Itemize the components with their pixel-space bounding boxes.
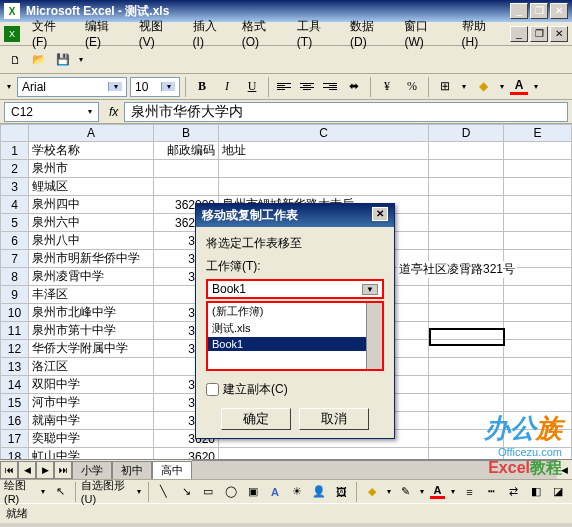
row-header[interactable]: 10	[1, 304, 29, 322]
new-icon[interactable]: 🗋	[4, 49, 26, 71]
cell[interactable]: 就南中学	[29, 412, 154, 430]
name-box[interactable]: C12 ▾	[4, 102, 99, 122]
cell[interactable]	[504, 160, 572, 178]
cell[interactable]: 泉州市	[29, 160, 154, 178]
cell[interactable]	[504, 430, 572, 448]
cell[interactable]: 地址	[219, 142, 429, 160]
save-icon[interactable]: 💾	[52, 49, 74, 71]
row-header[interactable]: 8	[1, 268, 29, 286]
menu-data[interactable]: 数据(D)	[344, 16, 396, 51]
cell[interactable]: 河市中学	[29, 394, 154, 412]
font-size-combo[interactable]: 10 ▾	[130, 77, 180, 97]
toolbar-more-icon[interactable]: ▾	[76, 55, 86, 64]
menu-file[interactable]: 文件(F)	[26, 16, 77, 51]
row-header[interactable]: 17	[1, 430, 29, 448]
dialog-titlebar[interactable]: 移动或复制工作表 ✕	[196, 204, 394, 227]
sheet-tab-1[interactable]: 小学	[72, 461, 112, 479]
picture-icon[interactable]: 🖼	[332, 481, 351, 503]
dash-style-icon[interactable]: ┅	[482, 481, 501, 503]
cell[interactable]: 泉州六中	[29, 214, 154, 232]
cell[interactable]: 鲤城区	[29, 178, 154, 196]
shadow-icon[interactable]: ◧	[527, 481, 546, 503]
diagram-icon[interactable]: ☀	[288, 481, 307, 503]
cell[interactable]	[504, 322, 572, 340]
row-header[interactable]: 11	[1, 322, 29, 340]
cell[interactable]	[429, 394, 504, 412]
list-item[interactable]: (新工作簿)	[208, 303, 382, 320]
cell[interactable]	[504, 142, 572, 160]
font-color-button[interactable]: A	[510, 78, 528, 95]
currency-button[interactable]: ¥	[376, 76, 398, 98]
menu-tools[interactable]: 工具(T)	[291, 16, 342, 51]
autoshape-menu[interactable]: 自选图形(U)	[81, 478, 132, 505]
italic-button[interactable]: I	[216, 76, 238, 98]
rect-icon[interactable]: ▭	[199, 481, 218, 503]
chevron-down-icon[interactable]: ▼	[362, 284, 378, 295]
cell[interactable]: 泉州市北峰中学	[29, 304, 154, 322]
percent-button[interactable]: %	[401, 76, 423, 98]
doc-minimize-button[interactable]: _	[510, 26, 528, 42]
workbook-listbox[interactable]: (新工作簿) 测试.xls Book1	[206, 301, 384, 371]
menu-help[interactable]: 帮助(H)	[456, 16, 508, 51]
wordart-icon[interactable]: A	[265, 481, 284, 503]
arrow-icon[interactable]: ↘	[177, 481, 196, 503]
row-header[interactable]: 13	[1, 358, 29, 376]
cell[interactable]	[429, 412, 504, 430]
row-header[interactable]: 4	[1, 196, 29, 214]
cell[interactable]	[504, 232, 572, 250]
cell[interactable]: 泉州四中	[29, 196, 154, 214]
formula-input[interactable]: 泉州市华侨大学内	[124, 102, 568, 122]
tab-nav-first-icon[interactable]: ⏮	[0, 461, 18, 479]
row-header[interactable]: 1	[1, 142, 29, 160]
col-header-E[interactable]: E	[504, 125, 572, 142]
cell[interactable]	[504, 394, 572, 412]
select-objects-icon[interactable]: ↖	[51, 481, 70, 503]
cell[interactable]: 奕聪中学	[29, 430, 154, 448]
tab-nav-last-icon[interactable]: ⏭	[54, 461, 72, 479]
cell[interactable]	[504, 214, 572, 232]
cell[interactable]	[429, 196, 504, 214]
row-header[interactable]: 15	[1, 394, 29, 412]
cell[interactable]	[154, 178, 219, 196]
arrow-style-icon[interactable]: ⇄	[504, 481, 523, 503]
cell[interactable]	[504, 304, 572, 322]
col-header-C[interactable]: C	[219, 125, 429, 142]
cell[interactable]: 洛江区	[29, 358, 154, 376]
fx-icon[interactable]: fx	[109, 105, 118, 119]
list-item[interactable]: 测试.xls	[208, 320, 382, 337]
ok-button[interactable]: 确定	[221, 408, 291, 430]
font-color-icon[interactable]: A	[430, 484, 446, 499]
cell[interactable]: 丰泽区	[29, 286, 154, 304]
cell[interactable]	[504, 196, 572, 214]
select-all-corner[interactable]	[1, 125, 29, 142]
menu-window[interactable]: 窗口(W)	[398, 16, 453, 51]
chevron-down-icon[interactable]: ▾	[161, 82, 175, 91]
tab-nav-next-icon[interactable]: ▶	[36, 461, 54, 479]
align-left-button[interactable]	[274, 77, 294, 97]
draw-menu[interactable]: 绘图(R)	[4, 478, 36, 505]
menu-format[interactable]: 格式(O)	[236, 16, 289, 51]
menu-view[interactable]: 视图(V)	[133, 16, 185, 51]
workbook-combo[interactable]: Book1 ▼	[206, 279, 384, 299]
cell[interactable]	[504, 412, 572, 430]
cell[interactable]: 双阳中学	[29, 376, 154, 394]
indent-button[interactable]: ⊞	[434, 76, 456, 98]
cell[interactable]: 泉州市明新华侨中学	[29, 250, 154, 268]
row-header[interactable]: 16	[1, 412, 29, 430]
cell[interactable]	[429, 160, 504, 178]
cell[interactable]	[429, 304, 504, 322]
fill-color-button[interactable]: ◆	[472, 76, 494, 98]
merge-button[interactable]: ⬌	[343, 76, 365, 98]
cell[interactable]: 学校名称	[29, 142, 154, 160]
align-center-button[interactable]	[297, 77, 317, 97]
cell[interactable]: 华侨大学附属中学	[29, 340, 154, 358]
open-icon[interactable]: 📂	[28, 49, 50, 71]
hscroll-left-icon[interactable]: ◀	[557, 465, 572, 475]
cell[interactable]	[504, 286, 572, 304]
table-row[interactable]: 1学校名称邮政编码地址	[1, 142, 572, 160]
dialog-close-icon[interactable]: ✕	[372, 207, 388, 221]
line-color-icon[interactable]: ✎	[396, 481, 415, 503]
line-style-icon[interactable]: ≡	[460, 481, 479, 503]
cell[interactable]	[429, 430, 504, 448]
cell[interactable]	[219, 160, 429, 178]
